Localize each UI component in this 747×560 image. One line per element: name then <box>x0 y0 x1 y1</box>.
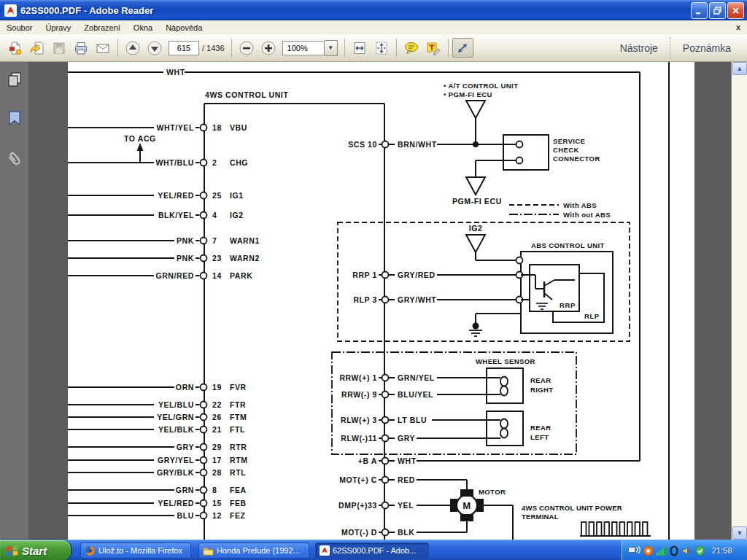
close-icon <box>732 7 740 15</box>
fit-page-button[interactable] <box>371 37 392 59</box>
zoom-in-button[interactable] <box>258 37 279 59</box>
export-button[interactable] <box>26 37 48 59</box>
avast-tray-icon[interactable] <box>643 545 654 556</box>
svg-text:GRY/WHT: GRY/WHT <box>398 295 436 304</box>
system-tray: 21:58 <box>622 540 747 560</box>
menu-okna[interactable]: Okna <box>127 22 159 34</box>
taskbar-task-folder[interactable]: Honda Prelude (1992... <box>198 542 309 559</box>
ring-tray-icon[interactable] <box>669 545 679 556</box>
print-icon <box>73 40 89 56</box>
create-pdf-icon <box>7 40 23 56</box>
svg-text:LEFT: LEFT <box>530 433 549 441</box>
svg-text:REAR: REAR <box>530 376 551 384</box>
zoom-dropdown-button[interactable]: ▼ <box>325 40 338 56</box>
svg-text:YEL/BLU: YEL/BLU <box>158 400 194 409</box>
windows-flag-icon <box>6 545 19 556</box>
fit-width-icon <box>352 40 368 56</box>
email-button[interactable] <box>92 37 114 59</box>
taskbar-clock: 21:58 <box>712 546 732 555</box>
zoom-level-combo[interactable]: 100% ▼ <box>282 40 338 56</box>
taskbar-task-pdf[interactable]: 62SS000.PDF - Adob... <box>315 542 429 559</box>
zoom-out-button[interactable] <box>236 37 258 59</box>
svg-text:WHT: WHT <box>398 456 417 465</box>
vertical-scrollbar[interactable]: ▲ ▼ <box>731 62 747 540</box>
svg-text:CONNECTOR: CONNECTOR <box>553 155 600 163</box>
svg-text:4WS CONTROL UNIT: 4WS CONTROL UNIT <box>205 90 288 99</box>
note-button[interactable]: Poznámka <box>671 42 743 54</box>
pages-panel-icon[interactable] <box>6 71 23 88</box>
comment-button[interactable] <box>400 37 422 59</box>
svg-text:MOTOR: MOTOR <box>479 488 506 496</box>
fit-width-button[interactable] <box>349 37 371 59</box>
scroll-up-button[interactable]: ▲ <box>732 62 747 75</box>
menu-napoveda[interactable]: Nápověda <box>159 22 209 34</box>
close-button[interactable] <box>727 2 744 19</box>
save-button[interactable] <box>48 37 70 59</box>
document-area[interactable]: WHT4WS CONTROL UNITWHT/YEL18VBUWHT/BLU2C… <box>30 62 731 540</box>
close-document-button[interactable]: x <box>736 23 740 31</box>
signal-strength-icon[interactable] <box>656 545 667 556</box>
svg-text:IG2: IG2 <box>469 224 483 233</box>
svg-text:21: 21 <box>212 425 222 434</box>
toolbar-separator <box>448 39 449 57</box>
restore-button[interactable] <box>709 2 726 19</box>
svg-text:TERMINAL: TERMINAL <box>522 513 559 521</box>
svg-text:ABS CONTROL UNIT: ABS CONTROL UNIT <box>531 241 605 249</box>
svg-text:PARK: PARK <box>230 271 252 280</box>
create-pdf-button[interactable] <box>4 37 26 59</box>
updates-tray-icon[interactable] <box>694 545 705 556</box>
zoom-level-value[interactable]: 100% <box>282 41 325 55</box>
svg-text:17: 17 <box>212 456 222 464</box>
svg-text:14: 14 <box>212 271 222 280</box>
chevron-up-icon: ▲ <box>737 65 743 72</box>
svg-text:RRP 1: RRP 1 <box>352 271 377 279</box>
adobe-reader-icon <box>4 4 17 17</box>
export-icon <box>29 40 45 56</box>
bookmarks-panel-icon[interactable] <box>7 110 23 128</box>
pdf-file-icon <box>320 545 330 556</box>
svg-text:RRW(+) 1: RRW(+) 1 <box>339 373 377 382</box>
tools-button[interactable]: Nástroje <box>608 42 670 54</box>
task-label: Honda Prelude (1992... <box>217 546 300 555</box>
svg-text:SCS 10: SCS 10 <box>348 140 377 149</box>
svg-text:15: 15 <box>212 499 222 508</box>
highlight-text-button[interactable] <box>422 37 444 59</box>
svg-text:IG2: IG2 <box>230 211 244 219</box>
svg-text:PGM-FI ECU: PGM-FI ECU <box>452 197 502 206</box>
toolbar: 615 / 1436 100% ▼ <box>0 34 747 62</box>
svg-text:4WS CONTROL UNIT POWER: 4WS CONTROL UNIT POWER <box>522 504 622 512</box>
taskbar: Start Ulož.to - Mozilla Firefox Honda Pr… <box>0 540 747 560</box>
page-total-label: / 1436 <box>202 44 225 52</box>
start-button[interactable]: Start <box>0 540 71 560</box>
menu-soubor[interactable]: Soubor <box>0 22 39 34</box>
remote-display-icon[interactable] <box>628 545 640 556</box>
menu-upravy[interactable]: Úpravy <box>39 22 77 34</box>
svg-text:CHG: CHG <box>230 158 248 167</box>
menu-zobrazeni[interactable]: Zobrazení <box>77 22 127 34</box>
page-number-input[interactable]: 615 <box>169 41 199 55</box>
print-button[interactable] <box>70 37 92 59</box>
title-bar: 62SS000.PDF - Adobe Reader <box>0 0 747 20</box>
scroll-down-button[interactable]: ▼ <box>732 526 747 540</box>
volume-icon[interactable] <box>681 545 692 556</box>
next-page-button[interactable] <box>144 37 166 59</box>
fullscreen-button[interactable] <box>452 38 473 58</box>
svg-text:BLU: BLU <box>177 511 194 520</box>
svg-text:M: M <box>462 500 471 511</box>
previous-page-button[interactable] <box>122 37 144 59</box>
svg-text:BLK: BLK <box>398 528 414 537</box>
toolbar-separator <box>231 39 232 57</box>
attachments-panel-icon[interactable] <box>6 149 23 168</box>
minimize-button[interactable] <box>691 2 708 19</box>
taskbar-task-firefox[interactable]: Ulož.to - Mozilla Firefox <box>80 542 191 559</box>
window-title: 62SS000.PDF - Adobe Reader <box>20 5 153 16</box>
previous-page-icon <box>125 40 141 56</box>
task-label: Ulož.to - Mozilla Firefox <box>98 546 182 555</box>
svg-text:GRY/RED: GRY/RED <box>398 271 436 279</box>
svg-text:BLU/YEL: BLU/YEL <box>398 390 433 399</box>
svg-text:With out ABS: With out ABS <box>563 211 611 219</box>
svg-text:RRW(-) 9: RRW(-) 9 <box>341 390 377 399</box>
svg-text:WARN1: WARN1 <box>230 236 260 245</box>
svg-text:FTL: FTL <box>230 425 245 434</box>
chevron-down-icon: ▼ <box>328 44 333 51</box>
